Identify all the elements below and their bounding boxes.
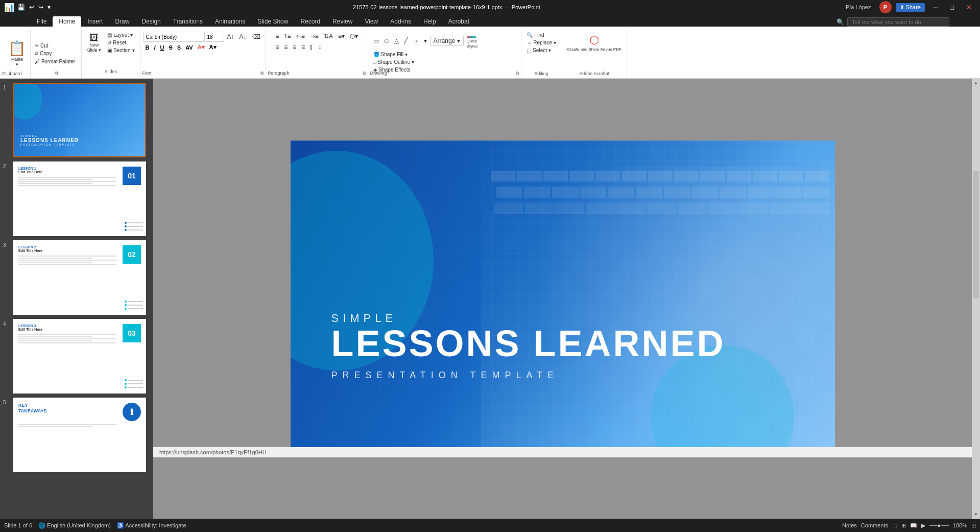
paragraph-expand-button[interactable]: ⧉ (363, 71, 366, 76)
shape-rect-button[interactable]: ▭ (371, 36, 381, 45)
tab-view[interactable]: View (358, 16, 384, 27)
zoom-slider[interactable]: ──●── (929, 522, 949, 528)
customize-qat-button[interactable]: ▾ (46, 3, 52, 12)
adobe-label: Adobe Acrobat (562, 71, 627, 76)
redo-button[interactable]: ↪ (37, 3, 44, 12)
indent-less-button[interactable]: ⇐≡ (294, 32, 307, 41)
tab-file[interactable]: File (31, 16, 53, 27)
italic-button[interactable]: I (152, 44, 157, 51)
align-text-button[interactable]: ≡▾ (336, 32, 347, 41)
shape-oval-button[interactable]: ⬭ (382, 36, 391, 45)
slide-thumb-4[interactable]: LESSON 3 Edit Title Here 03 (13, 319, 146, 394)
tab-home[interactable]: Home (53, 16, 81, 27)
shape-arrow-button[interactable]: → (411, 36, 421, 45)
tab-insert[interactable]: Insert (81, 16, 109, 27)
strikethrough-button[interactable]: S (166, 44, 174, 51)
bullets-button[interactable]: ≡ (273, 32, 281, 41)
clear-format-button[interactable]: ⌫ (250, 32, 262, 41)
slide-number-2: 2 (3, 164, 6, 169)
align-left-button[interactable]: ≡ (273, 42, 281, 52)
quick-styles-button[interactable]: Quick Styles (465, 32, 480, 50)
tab-record[interactable]: Record (294, 16, 326, 27)
accessibility-status[interactable]: ♿ Accessibility: Investigate (117, 522, 186, 529)
slide-thumb-1[interactable]: SIMPLE LESSONS LEARNED PRESENTATION TEMP… (13, 83, 146, 157)
font-size-selector[interactable] (206, 32, 224, 42)
search-input[interactable] (847, 17, 949, 27)
layout-button[interactable]: ▤ Layout ▾ (105, 32, 136, 38)
share-button[interactable]: ⬆ Share (896, 3, 925, 12)
window-title: 21575-02-lessons-learned-powerpoint-temp… (52, 4, 842, 10)
search-icon[interactable]: 🔍 (836, 18, 844, 26)
replace-button[interactable]: ↔ Replace ▾ (524, 39, 558, 46)
tab-acrobat[interactable]: Acrobat (442, 16, 475, 27)
font-spacing-button[interactable]: AV (183, 44, 195, 51)
reading-view-button[interactable]: 📖 (910, 522, 917, 529)
underline-button[interactable]: U (158, 44, 166, 51)
shape-outline-button[interactable]: □ Shape Outline ▾ (371, 59, 416, 65)
arrange-button[interactable]: Arrange ▾ (430, 36, 464, 46)
font-highlight-button[interactable]: A▾ (207, 43, 219, 51)
text-direction-button[interactable]: ⇅A (322, 32, 335, 41)
tab-add-ins[interactable]: Add-ins (384, 16, 417, 27)
smartart-button[interactable]: ⬡▾ (348, 32, 360, 41)
slide-template-text: PRESENTATION TEMPLATE (331, 370, 726, 381)
undo-button[interactable]: ↩ (28, 3, 35, 12)
tab-animations[interactable]: Animations (209, 16, 251, 27)
create-pdf-button[interactable]: ⬡ Create and Share Adobe PDF (565, 30, 624, 53)
find-button[interactable]: 🔍 Find (524, 32, 558, 38)
columns-button[interactable]: ⫿ (308, 42, 315, 52)
bold-button[interactable]: B (144, 44, 152, 51)
slideshow-button[interactable]: ▶ (921, 522, 925, 529)
maximize-button[interactable]: □ (946, 3, 958, 12)
shape-triangle-button[interactable]: △ (392, 36, 401, 45)
font-name-selector[interactable] (144, 32, 205, 42)
font-expand-button[interactable]: ⧉ (260, 71, 264, 76)
reset-button[interactable]: ↺ Reset (105, 39, 136, 46)
normal-view-button[interactable]: ⬚ (892, 522, 897, 529)
indent-more-button[interactable]: ⇒≡ (308, 32, 321, 41)
align-right-button[interactable]: ≡ (291, 42, 298, 52)
new-slide-button[interactable]: 🖼 New Slide ▾ (85, 32, 103, 54)
slide-count: Slide 1 of 6 (4, 522, 32, 528)
copy-button[interactable]: ⧉ Copy (33, 50, 77, 57)
increase-font-button[interactable]: A↑ (225, 32, 236, 41)
cut-icon: ✂ (35, 43, 39, 49)
shadow-button[interactable]: S (175, 44, 183, 51)
clipboard-expand-button[interactable]: ⧉ (55, 71, 58, 76)
line-spacing-button[interactable]: ↕ (316, 42, 323, 52)
notes-button[interactable]: Notes (842, 522, 857, 528)
fit-screen-button[interactable]: ⊡ (971, 522, 976, 529)
decrease-font-button[interactable]: A↓ (237, 32, 249, 41)
tab-review[interactable]: Review (326, 16, 358, 27)
main-slide-canvas[interactable]: SIMPLE LESSONS LEARNED PRESENTATION TEMP… (291, 141, 835, 447)
shape-fill-button[interactable]: 🪣 Shape Fill ▾ (371, 51, 416, 58)
slide-sorter-button[interactable]: ⊞ (901, 522, 906, 529)
scroll-thumb[interactable] (973, 171, 979, 298)
comments-button[interactable]: Comments (861, 522, 888, 528)
tab-design[interactable]: Design (135, 16, 166, 27)
shape-line-button[interactable]: ╱ (402, 36, 410, 45)
align-center-button[interactable]: ≡ (282, 42, 290, 52)
close-button[interactable]: ✕ (962, 3, 976, 12)
scroll-up-arrow[interactable]: ▲ (973, 80, 979, 86)
section-button[interactable]: ▣ Section ▾ (105, 47, 136, 54)
justify-button[interactable]: ≡ (299, 42, 307, 52)
tab-transitions[interactable]: Transitions (167, 16, 209, 27)
slide-thumb-3[interactable]: LESSON 2 Edit Title Here 02 (13, 240, 146, 315)
more-shapes-button[interactable]: ▾ (422, 36, 429, 45)
slide-thumb-5[interactable]: KEYTAKEAWAYS ℹ (13, 398, 146, 472)
tab-help[interactable]: Help (417, 16, 442, 27)
cut-button[interactable]: ✂ Cut (33, 42, 77, 49)
slide-thumb-2[interactable]: LESSON 1 Edit Title Here 01 (13, 161, 146, 236)
scroll-down-arrow[interactable]: ▼ (973, 511, 979, 518)
select-button[interactable]: ⬚ Select ▾ (524, 47, 558, 54)
format-painter-button[interactable]: 🖌 Format Painter (33, 58, 77, 65)
tab-draw[interactable]: Draw (109, 16, 135, 27)
minimize-button[interactable]: ─ (929, 3, 942, 12)
numbering-button[interactable]: 1≡ (282, 32, 293, 41)
drawing-expand-button[interactable]: ⧉ (516, 71, 519, 76)
save-button[interactable]: 💾 (16, 3, 26, 12)
right-scrollbar[interactable]: ▲ ▼ (972, 79, 980, 519)
font-color-button[interactable]: A▾ (196, 43, 207, 51)
tab-slide-show[interactable]: Slide Show (251, 16, 294, 27)
